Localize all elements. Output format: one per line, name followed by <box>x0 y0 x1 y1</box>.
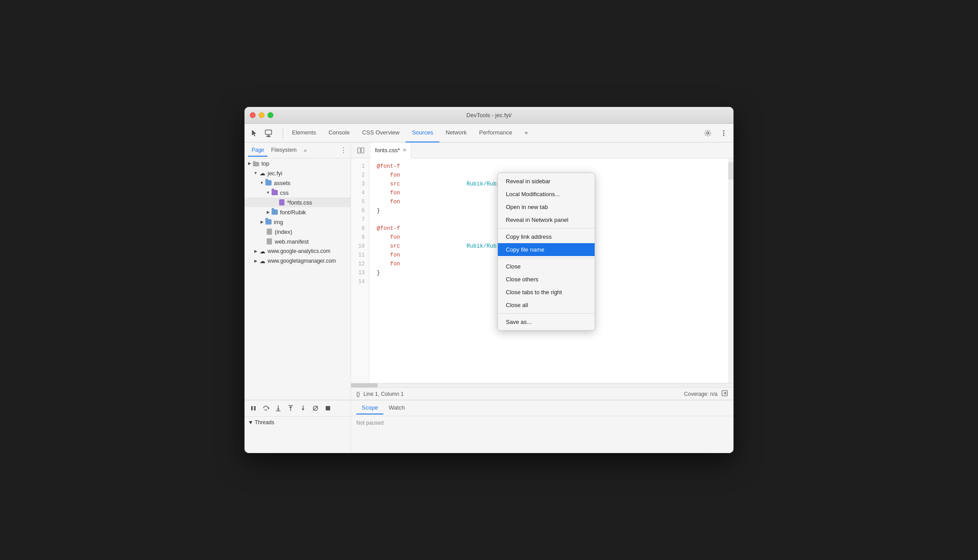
sidebar-tab-more[interactable]: » <box>302 146 308 155</box>
status-right: Coverage: n/a <box>684 390 728 398</box>
svg-marker-14 <box>268 407 269 410</box>
sidebar-content[interactable]: ▶ top ▼ ☁ jec.fyi ▼ <box>244 158 351 400</box>
pause-button[interactable] <box>248 403 259 414</box>
editor-tab-fonts-css[interactable]: fonts.css* ✕ <box>371 142 411 158</box>
deactivate-button[interactable] <box>310 403 321 414</box>
tree-arrow-gtm: ▶ <box>252 258 259 264</box>
tree-item-google-tagmanager[interactable]: ▶ ☁ www.googletagmanager.com <box>244 256 351 266</box>
status-left: {} Line 1, Column 1 <box>356 391 404 397</box>
ctx-save-as[interactable]: Save as... <box>498 315 595 328</box>
ctx-close[interactable]: Close <box>498 260 595 273</box>
tree-item-font-rubik[interactable]: ▶ font/Rubik <box>244 207 351 217</box>
step-out-button[interactable] <box>285 403 296 414</box>
ctx-close-others[interactable]: Close others <box>498 273 595 286</box>
bottom-panel: ▼ Threads Scope Watch Not paused <box>244 400 734 453</box>
step-button[interactable] <box>298 403 308 414</box>
ctx-close-all[interactable]: Close all <box>498 299 595 312</box>
bottom-tab-watch[interactable]: Watch <box>383 402 410 414</box>
tree-item-web-manifest[interactable]: ▶ web.manifest <box>244 237 351 246</box>
window-title: DevTools - jec.fyi/ <box>466 112 512 118</box>
tree-item-fonts-css[interactable]: ▶ *fonts.css <box>244 197 351 207</box>
tree-arrow-top: ▶ <box>246 160 252 166</box>
svg-marker-17 <box>277 409 280 410</box>
format-icon[interactable]: {} <box>356 391 360 397</box>
maximize-button[interactable] <box>268 112 273 118</box>
horizontal-scrollbar[interactable] <box>351 383 734 387</box>
right-scrollbar[interactable] <box>728 158 734 383</box>
toolbar-icons <box>248 127 275 139</box>
tree-item-css[interactable]: ▼ css <box>244 188 351 197</box>
tab-sources[interactable]: Sources <box>406 124 439 142</box>
debug-toolbar <box>244 400 351 417</box>
ctx-copy-link[interactable]: Copy link address <box>498 230 595 243</box>
sidebar-tab-page[interactable]: Page <box>248 144 268 157</box>
folder-icon-top <box>252 160 260 167</box>
file-icon-index <box>266 228 273 235</box>
tab-css-overview[interactable]: CSS Overview <box>356 124 406 142</box>
svg-rect-2 <box>266 136 271 137</box>
tree-item-google-analytics[interactable]: ▶ ☁ www.google-analytics.com <box>244 246 351 256</box>
svg-rect-9 <box>358 148 360 153</box>
editor-area: fonts.css* ✕ 1 2 3 4 5 6 7 8 9 10 11 <box>351 142 734 400</box>
tab-network[interactable]: Network <box>439 124 473 142</box>
cursor-icon[interactable] <box>248 127 260 139</box>
ctx-separator-1 <box>498 228 595 229</box>
tree-item-top[interactable]: ▶ top <box>244 158 351 168</box>
tree-arrow-font-rubik: ▶ <box>265 209 271 215</box>
settings-icon[interactable] <box>702 127 714 139</box>
ctx-separator-2 <box>498 258 595 258</box>
folder-icon-assets <box>265 179 272 186</box>
coverage-action[interactable] <box>721 390 728 398</box>
tree-arrow-img: ▶ <box>259 219 265 225</box>
tree-item-assets[interactable]: ▼ assets <box>244 178 351 188</box>
coverage-label: Coverage: n/a <box>684 391 718 397</box>
svg-rect-8 <box>253 161 256 163</box>
tree-item-jec-fyi[interactable]: ▼ ☁ jec.fyi <box>244 168 351 178</box>
toolbar: Elements Console CSS Overview Sources Ne… <box>244 124 734 142</box>
svg-point-5 <box>723 132 725 134</box>
editor-tab-actions <box>355 144 367 157</box>
ctx-reveal-network[interactable]: Reveal in Network panel <box>498 213 595 226</box>
svg-rect-12 <box>251 406 253 410</box>
dots-menu-icon[interactable] <box>718 127 730 139</box>
svg-rect-26 <box>326 406 330 410</box>
sidebar-tab-filesystem[interactable]: Filesystem <box>268 144 300 157</box>
titlebar: DevTools - jec.fyi/ <box>244 107 734 124</box>
ctx-reveal-sidebar[interactable]: Reveal in sidebar <box>498 175 595 188</box>
minimize-button[interactable] <box>259 112 264 118</box>
inspect-icon[interactable] <box>262 127 275 139</box>
svg-rect-13 <box>254 406 256 410</box>
tab-console[interactable]: Console <box>322 124 356 142</box>
sidebar-menu-button[interactable]: ⋮ <box>340 146 347 154</box>
ctx-copy-filename[interactable]: Copy file name <box>498 243 595 256</box>
svg-point-4 <box>723 130 725 131</box>
close-tab-button[interactable]: ✕ <box>402 147 406 153</box>
bottom-tab-scope[interactable]: Scope <box>356 402 383 414</box>
svg-point-6 <box>723 134 725 136</box>
bottom-left: ▼ Threads <box>244 400 351 453</box>
stop-button[interactable] <box>323 403 333 414</box>
bottom-right: Scope Watch Not paused <box>351 400 734 453</box>
tabs-nav: Elements Console CSS Overview Sources Ne… <box>286 124 702 142</box>
devtools-window: DevTools - jec.fyi/ Elements <box>244 107 734 453</box>
ctx-open-new-tab[interactable]: Open in new tab <box>498 201 595 213</box>
file-icon-fonts-css <box>278 199 285 206</box>
tree-item-index[interactable]: ▶ (index) <box>244 227 351 237</box>
context-menu: Reveal in sidebar Local Modifications...… <box>497 173 595 331</box>
cloud-icon-ga: ☁ <box>259 248 266 255</box>
svg-point-3 <box>707 132 709 134</box>
code-line-1: @font-f <box>377 162 721 171</box>
tab-performance[interactable]: Performance <box>473 124 518 142</box>
ctx-close-right[interactable]: Close tabs to the right <box>498 286 595 299</box>
file-icon-manifest <box>266 238 273 245</box>
step-over-button[interactable] <box>260 403 271 414</box>
tree-arrow-assets: ▼ <box>259 180 265 186</box>
tab-more[interactable]: » <box>518 124 534 142</box>
ctx-local-modifications[interactable]: Local Modifications... <box>498 188 595 201</box>
tab-elements[interactable]: Elements <box>286 124 322 142</box>
step-into-button[interactable] <box>273 403 284 414</box>
split-editor-icon[interactable] <box>355 144 367 157</box>
tree-item-img[interactable]: ▶ img <box>244 217 351 227</box>
toolbar-right <box>702 127 730 139</box>
close-button[interactable] <box>250 112 256 118</box>
